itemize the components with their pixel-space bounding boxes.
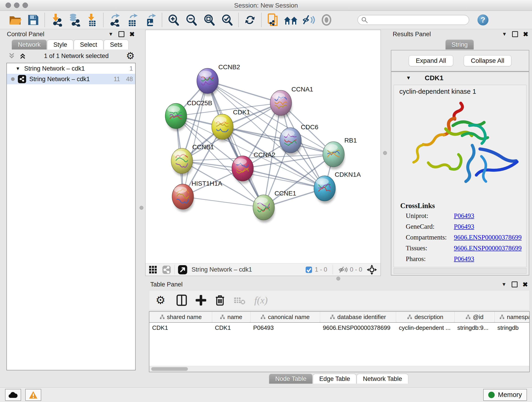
import-network-from-database-button[interactable]	[65, 12, 83, 28]
results-scrollbar[interactable]	[394, 268, 526, 274]
expand-all-chevron-icon[interactable]	[8, 52, 16, 60]
table-cell[interactable]: cyclin-dependent ...	[396, 323, 455, 333]
collapse-all-button[interactable]: Collapse All	[464, 55, 511, 66]
tab-network-table[interactable]: Network Table	[357, 374, 408, 384]
vertical-splitter-handle[interactable]	[139, 206, 143, 210]
table-cell[interactable]: CDK1	[149, 323, 212, 333]
column-header-description[interactable]: description	[396, 312, 455, 322]
panel-close-icon[interactable]: ✖	[523, 281, 528, 288]
pan-crosshair-icon[interactable]	[366, 264, 377, 275]
network-node-cdc6[interactable]	[280, 128, 302, 155]
toggle-hidden-button[interactable]	[300, 12, 317, 28]
table-options-gear-icon[interactable]: ⚙	[156, 295, 165, 306]
panel-collapse-icon[interactable]: ▼	[108, 31, 114, 37]
memory-button[interactable]: Memory	[483, 389, 527, 401]
tab-select[interactable]: Select	[74, 40, 103, 50]
panel-collapse-icon[interactable]: ▼	[501, 281, 507, 287]
network-edge[interactable]	[208, 81, 264, 207]
crosslink-value-link[interactable]: P06493	[454, 255, 474, 263]
column-header-name[interactable]: name	[212, 312, 250, 322]
panel-float-icon[interactable]	[119, 31, 124, 37]
network-edge[interactable]	[183, 197, 264, 207]
export-network-button[interactable]	[106, 12, 124, 28]
network-edge[interactable]	[183, 81, 208, 197]
open-in-window-icon[interactable]	[178, 265, 187, 274]
add-column-icon[interactable]	[196, 295, 206, 306]
network-node-cdkn1a[interactable]	[314, 176, 336, 204]
network-canvas[interactable]: CCNB2CCNA1CDC25BCDK1CDC6RB1CCNB1CCNA2CDK…	[146, 30, 380, 263]
column-header-namespace[interactable]: namespace	[495, 312, 530, 322]
export-image-button[interactable]	[142, 12, 159, 28]
panel-close-icon[interactable]: ✖	[129, 31, 135, 38]
table-row[interactable]: CDK1CDK1P064939606.ENSP00000378699cyclin…	[149, 323, 529, 333]
cloud-button[interactable]	[5, 389, 21, 401]
table-cell[interactable]: CDK1	[212, 323, 250, 333]
network-row[interactable]: String Network – cdk1 11 48	[7, 74, 135, 84]
panel-float-icon[interactable]	[512, 281, 518, 287]
birdseye-share-icon[interactable]	[162, 265, 171, 274]
column-header-database-identifier[interactable]: database identifier	[320, 312, 396, 322]
zoom-out-button[interactable]	[182, 12, 200, 28]
network-node-ccna1[interactable]	[270, 90, 292, 118]
network-edge[interactable]	[208, 81, 281, 103]
tab-network[interactable]: Network	[12, 40, 47, 50]
network-node-cdk1[interactable]	[212, 114, 234, 142]
save-session-button[interactable]	[24, 12, 42, 28]
tab-sets[interactable]: Sets	[104, 40, 128, 50]
tab-style[interactable]: Style	[47, 40, 73, 50]
delete-column-icon[interactable]	[215, 294, 225, 306]
import-table-from-file-button[interactable]	[83, 12, 101, 28]
network-node-ccnb2[interactable]	[197, 68, 219, 96]
grid-view-icon[interactable]	[149, 265, 157, 274]
tab-string[interactable]: String	[445, 40, 474, 50]
crosslink-value-link[interactable]: P06493	[454, 212, 474, 220]
toolbar-search[interactable]	[357, 15, 469, 25]
expand-all-button[interactable]: Expand All	[409, 55, 453, 66]
open-file-button[interactable]	[6, 12, 24, 28]
panel-close-icon[interactable]: ✖	[523, 31, 528, 38]
network-options-gear-icon[interactable]: ⚙	[126, 51, 135, 61]
network-node-ccnb1[interactable]	[171, 148, 193, 176]
zoom-fit-button[interactable]	[200, 12, 218, 28]
panel-float-icon[interactable]	[512, 31, 518, 37]
help-button[interactable]: ?	[477, 14, 488, 26]
zoom-selected-button[interactable]	[218, 12, 236, 28]
duplicate-document-button[interactable]	[264, 12, 282, 28]
refresh-button[interactable]	[241, 12, 259, 28]
zoom-in-button[interactable]	[165, 12, 182, 28]
network-collection-row[interactable]: ▼ String Network – cdk1 1	[7, 63, 135, 74]
crosslink-value-link[interactable]: P06493	[454, 223, 474, 230]
crosslink-value-link[interactable]: 9606.ENSP00000378699	[454, 244, 522, 252]
search-input[interactable]	[370, 16, 469, 24]
warnings-button[interactable]	[25, 389, 41, 401]
selected-checkbox-icon[interactable]	[305, 266, 312, 274]
collapse-all-chevron-icon[interactable]	[19, 52, 27, 60]
gene-section-header[interactable]: ▼ CDK1	[391, 72, 529, 84]
column-header-canonical-name[interactable]: canonical name	[250, 312, 320, 322]
table-cell[interactable]: stringdb	[495, 323, 530, 333]
gene-caret-icon[interactable]: ▼	[406, 75, 411, 81]
crosslink-value-link[interactable]: 9606.ENSP00000378699	[454, 234, 522, 241]
collection-caret-icon[interactable]: ▼	[16, 66, 20, 71]
column-settings-icon[interactable]	[177, 294, 187, 306]
show-eye-button[interactable]	[317, 12, 336, 28]
panel-collapse-icon[interactable]: ▼	[502, 31, 507, 37]
network-edge[interactable]	[222, 127, 334, 154]
export-table-button[interactable]	[124, 12, 142, 28]
table-cell[interactable]: stringdb:9...	[455, 323, 495, 333]
network-node-cdc25b[interactable]	[165, 103, 187, 131]
tab-edge-table[interactable]: Edge Table	[313, 374, 356, 384]
import-network-from-file-button[interactable]	[47, 12, 65, 28]
column-header--id[interactable]: @id	[455, 312, 495, 322]
hidden-eye-icon[interactable]	[338, 266, 348, 274]
network-node-ccna2[interactable]	[232, 156, 254, 184]
network-node-ccne1[interactable]	[253, 195, 275, 223]
network-node-hist1h1a[interactable]	[172, 184, 194, 212]
column-header-shared-name[interactable]: shared name	[149, 312, 212, 322]
network-node-rb1[interactable]	[323, 142, 345, 169]
vertical-splitter-handle[interactable]	[383, 151, 387, 155]
table-horizontal-scrollbar[interactable]	[149, 366, 529, 372]
table-cell[interactable]: 9606.ENSP00000378699	[320, 323, 396, 333]
tab-node-table[interactable]: Node Table	[269, 374, 312, 384]
scrollbar-handle[interactable]	[151, 367, 188, 371]
